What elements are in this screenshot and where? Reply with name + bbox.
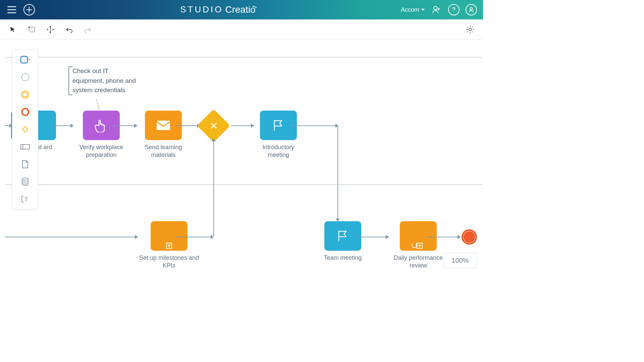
node-intro-label: Introductory meeting	[255, 143, 302, 159]
palette-data-object[interactable]	[20, 159, 30, 169]
node-daily-review[interactable]	[400, 221, 437, 251]
node-send-learning-group: Send learning materials	[138, 111, 189, 159]
annotation-leader	[96, 100, 100, 109]
zoom-level[interactable]: 100%	[443, 253, 477, 268]
flag-icon	[336, 229, 350, 243]
node-milestones-group: Set up milestones and KPIs	[139, 221, 199, 270]
flow-4-right	[292, 125, 338, 126]
logo-brand: Creatio	[225, 4, 255, 15]
palette-end-event[interactable]	[20, 107, 30, 117]
end-event[interactable]	[462, 229, 477, 245]
node-intro-meeting[interactable]	[260, 111, 297, 140]
text-annotation[interactable]: Check out IT equipment, phone and system…	[68, 66, 139, 95]
pointer-tool[interactable]	[8, 25, 17, 34]
svg-point-1	[470, 8, 473, 10]
logo-studio: STUDIO	[180, 4, 223, 15]
lane-boundary-bottom	[5, 184, 483, 185]
flow-gateway-4	[231, 125, 254, 126]
undo-button[interactable]	[64, 25, 74, 34]
palette-pool[interactable]	[20, 142, 30, 152]
svg-rect-3	[21, 56, 28, 63]
flow-overlay	[337, 123, 342, 128]
palette-intermediate-event[interactable]	[20, 89, 30, 100]
settings-icon[interactable]	[466, 25, 475, 34]
loop-marker-icon	[412, 243, 417, 248]
flow-lower-start	[5, 237, 138, 237]
add-user-icon[interactable]	[431, 4, 442, 15]
menu-icon[interactable]	[6, 4, 17, 15]
node-verify-group: Verify workplace preparation	[74, 111, 128, 159]
lane-boundary-top	[5, 57, 483, 58]
palette-start-event[interactable]	[20, 72, 30, 82]
svg-point-2	[469, 28, 472, 31]
mail-icon	[156, 120, 171, 131]
redo-button[interactable]	[83, 25, 93, 34]
svg-text:T: T	[24, 196, 28, 202]
shape-palette: T	[12, 50, 38, 209]
flag-icon	[272, 119, 285, 132]
svg-point-4	[21, 73, 29, 81]
node-intro-group: Introductory meeting	[255, 111, 302, 159]
app-logo: STUDIO Creatio	[41, 4, 395, 15]
flow-team-daily	[356, 237, 388, 237]
svg-rect-12	[157, 121, 170, 130]
flow-milestones-up	[213, 139, 214, 237]
palette-gateway[interactable]	[20, 124, 30, 134]
svg-point-7	[22, 109, 29, 115]
flow-milestones-right	[176, 237, 213, 237]
hand-icon	[94, 118, 109, 132]
flow-daily-end	[427, 237, 460, 237]
svg-rect-8	[22, 127, 28, 132]
lasso-tool[interactable]	[27, 25, 36, 34]
node-team-label: Team meeting	[319, 254, 366, 262]
svg-point-6	[23, 92, 28, 97]
subprocess-marker-icon	[417, 243, 423, 249]
palette-text-annotation[interactable]: T	[20, 194, 30, 204]
process-canvas[interactable]: Check out IT equipment, phone and system…	[0, 40, 483, 272]
svg-point-0	[434, 6, 437, 10]
node-milestones[interactable]	[151, 221, 187, 251]
annotation-text: Check out IT equipment, phone and system…	[72, 67, 136, 94]
node-verify-label: Verify workplace preparation	[74, 143, 128, 159]
help-icon[interactable]	[448, 4, 460, 15]
node-team-group: Team meeting	[319, 221, 366, 262]
node-send-learning-label: Send learning materials	[138, 143, 189, 159]
flow-intro-down-ext	[337, 125, 338, 237]
node-team-meeting[interactable]	[324, 221, 361, 251]
profile-icon[interactable]	[466, 4, 477, 15]
flow-2-3	[111, 125, 137, 126]
palette-task[interactable]	[20, 55, 30, 65]
svg-rect-9	[21, 144, 30, 149]
node-milestones-label: Set up milestones and KPIs	[139, 254, 199, 270]
app-header: STUDIO Creatio Accom	[0, 0, 483, 19]
workspace-dropdown[interactable]: Accom	[401, 6, 425, 13]
editor-toolbar	[0, 19, 483, 40]
workspace-label: Accom	[401, 6, 419, 13]
add-button[interactable]	[23, 4, 35, 15]
node-daily-label: Daily performance review	[390, 254, 447, 270]
flow-3-gateway	[175, 125, 200, 126]
subprocess-marker-icon	[166, 243, 172, 249]
node-daily-group: Daily performance review	[390, 221, 447, 270]
palette-data-store[interactable]	[20, 177, 30, 187]
move-tool[interactable]	[46, 25, 55, 34]
zoom-value: 100%	[451, 257, 469, 264]
flow-1-2	[52, 125, 73, 126]
chevron-down-icon	[421, 9, 425, 11]
gateway-exclusive[interactable]: ✕	[202, 114, 225, 137]
